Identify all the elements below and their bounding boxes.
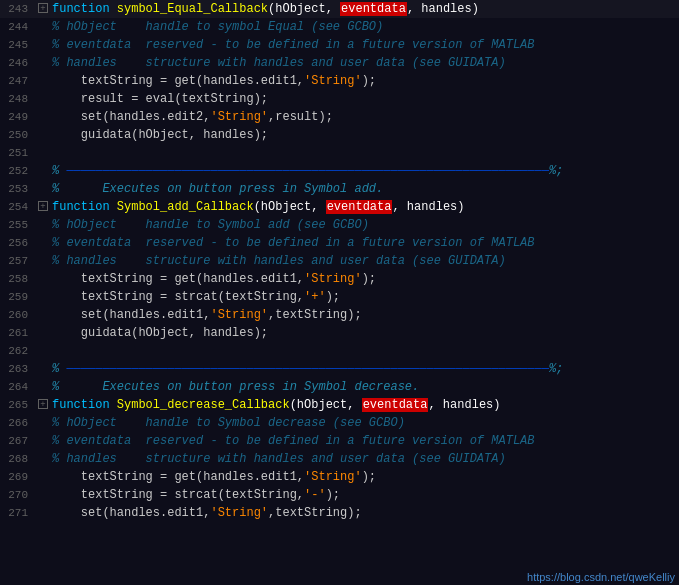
- line-number: 264: [0, 378, 36, 396]
- code-token: 'String': [304, 470, 362, 484]
- code-token: 'String': [304, 272, 362, 286]
- code-token: % handles structure with handles and use…: [52, 452, 506, 466]
- code-token: set(handles.edit1,: [52, 308, 210, 322]
- line-divider: ————————————————————————————————————————…: [66, 362, 548, 376]
- code-token: , handles): [392, 200, 464, 214]
- line-number: 262: [0, 342, 36, 360]
- watermark-text: https://blog.csdn.net/qweKelliy: [527, 571, 675, 583]
- code-content: function Symbol_add_Callback(hObject, ev…: [50, 198, 679, 216]
- line-number: 267: [0, 432, 36, 450]
- code-token: % Executes on button press in Symbol add…: [52, 182, 383, 196]
- line-number: 271: [0, 504, 36, 522]
- code-token: guidata(hObject, handles);: [52, 128, 268, 142]
- code-content: % handles structure with handles and use…: [50, 450, 679, 468]
- code-token: %: [52, 362, 66, 376]
- line-number: 243: [0, 0, 36, 18]
- code-token: Symbol_add_Callback: [117, 200, 254, 214]
- fold-icon[interactable]: +: [36, 0, 50, 18]
- line-number: 252: [0, 162, 36, 180]
- code-content: textString = get(handles.edit1,'String')…: [50, 72, 679, 90]
- code-editor: 243+function symbol_Equal_Callback(hObje…: [0, 0, 679, 585]
- line-number: 268: [0, 450, 36, 468]
- code-token: 'String': [210, 110, 268, 124]
- code-content: set(handles.edit1,'String',textString);: [50, 306, 679, 324]
- code-content: % eventdata reserved - to be defined in …: [50, 234, 679, 252]
- code-token: function: [52, 200, 117, 214]
- code-content: textString = strcat(textString,'-');: [50, 486, 679, 504]
- code-content: textString = strcat(textString,'+');: [50, 288, 679, 306]
- code-token: (hObject,: [268, 2, 340, 16]
- code-line: 256% eventdata reserved - to be defined …: [0, 234, 679, 252]
- line-number: 257: [0, 252, 36, 270]
- fold-icon[interactable]: +: [36, 198, 50, 216]
- code-token: ,textString);: [268, 506, 362, 520]
- code-line: 250 guidata(hObject, handles);: [0, 126, 679, 144]
- line-number: 255: [0, 216, 36, 234]
- line-number: 256: [0, 234, 36, 252]
- code-line: 257% handles structure with handles and …: [0, 252, 679, 270]
- code-token: );: [326, 488, 340, 502]
- code-token: '+': [304, 290, 326, 304]
- code-line: 263% ———————————————————————————————————…: [0, 360, 679, 378]
- code-token: % hObject handle to Symbol add (see GCBO…: [52, 218, 369, 232]
- code-token: (hObject,: [254, 200, 326, 214]
- code-content: % hObject handle to Symbol add (see GCBO…: [50, 216, 679, 234]
- line-number: 263: [0, 360, 36, 378]
- line-number: 259: [0, 288, 36, 306]
- line-number: 266: [0, 414, 36, 432]
- fold-icon[interactable]: +: [36, 396, 50, 414]
- line-number: 244: [0, 18, 36, 36]
- code-content: % handles structure with handles and use…: [50, 252, 679, 270]
- code-line: 249 set(handles.edit2,'String',result);: [0, 108, 679, 126]
- line-number: 269: [0, 468, 36, 486]
- line-number: 270: [0, 486, 36, 504]
- code-token: result = eval(textString);: [52, 92, 268, 106]
- code-token: %;: [549, 164, 563, 178]
- code-content: set(handles.edit2,'String',result);: [50, 108, 679, 126]
- code-token: function: [52, 398, 117, 412]
- code-line: 244% hObject handle to symbol Equal (see…: [0, 18, 679, 36]
- line-number: 260: [0, 306, 36, 324]
- code-token: function: [52, 2, 117, 16]
- line-number: 253: [0, 180, 36, 198]
- line-number: 261: [0, 324, 36, 342]
- code-token: % eventdata reserved - to be defined in …: [52, 236, 534, 250]
- code-token: ,result);: [268, 110, 333, 124]
- code-token: set(handles.edit2,: [52, 110, 210, 124]
- code-line: 252% ———————————————————————————————————…: [0, 162, 679, 180]
- code-token: % Executes on button press in Symbol dec…: [52, 380, 419, 394]
- code-content: % eventdata reserved - to be defined in …: [50, 432, 679, 450]
- code-line: 243+function symbol_Equal_Callback(hObje…: [0, 0, 679, 18]
- code-line: 262: [0, 342, 679, 360]
- code-token: % eventdata reserved - to be defined in …: [52, 38, 534, 52]
- line-number: 258: [0, 270, 36, 288]
- code-token: 'String': [210, 506, 268, 520]
- code-content: % hObject handle to symbol Equal (see GC…: [50, 18, 679, 36]
- code-content: guidata(hObject, handles);: [50, 324, 679, 342]
- line-number: 249: [0, 108, 36, 126]
- line-number: 250: [0, 126, 36, 144]
- code-line: 264% Executes on button press in Symbol …: [0, 378, 679, 396]
- code-token: % hObject handle to Symbol decrease (see…: [52, 416, 405, 430]
- code-token: textString = strcat(textString,: [52, 290, 304, 304]
- code-line: 251: [0, 144, 679, 162]
- code-content: % ——————————————————————————————————————…: [50, 360, 679, 378]
- code-token: , handles): [407, 2, 479, 16]
- code-line: 248 result = eval(textString);: [0, 90, 679, 108]
- code-token: % eventdata reserved - to be defined in …: [52, 434, 534, 448]
- code-content: textString = get(handles.edit1,'String')…: [50, 468, 679, 486]
- line-number: 254: [0, 198, 36, 216]
- code-content: textString = get(handles.edit1,'String')…: [50, 270, 679, 288]
- code-token: % handles structure with handles and use…: [52, 56, 506, 70]
- code-token: set(handles.edit1,: [52, 506, 210, 520]
- code-content: % ——————————————————————————————————————…: [50, 162, 679, 180]
- code-token: );: [362, 470, 376, 484]
- code-token: );: [326, 290, 340, 304]
- code-token: textString = get(handles.edit1,: [52, 272, 304, 286]
- line-number: 248: [0, 90, 36, 108]
- code-token: textString = strcat(textString,: [52, 488, 304, 502]
- code-token: textString = get(handles.edit1,: [52, 470, 304, 484]
- highlighted-eventdata: eventdata: [326, 200, 393, 214]
- code-line: 270 textString = strcat(textString,'-');: [0, 486, 679, 504]
- code-content: % Executes on button press in Symbol add…: [50, 180, 679, 198]
